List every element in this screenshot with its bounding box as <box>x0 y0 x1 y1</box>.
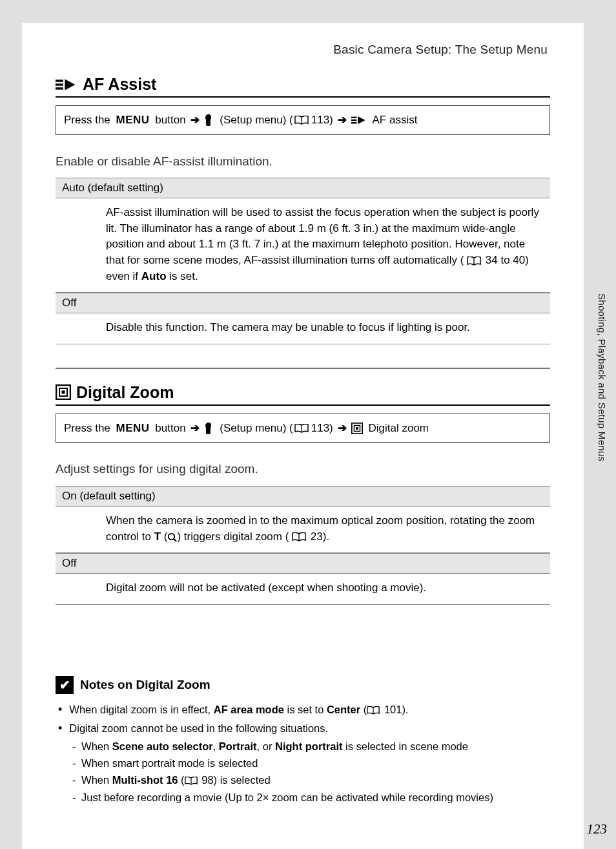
breadcrumb-digital-zoom: Press the MENU button ➔ (Setup menu) ( 1… <box>56 414 550 443</box>
svg-point-15 <box>169 534 174 540</box>
notes-heading: ✔ Notes on Digital Zoom <box>56 676 550 694</box>
note-text: ( <box>360 704 367 715</box>
note-ref: 98) is selected <box>201 774 270 786</box>
option-label-on: On (default setting) <box>56 486 550 507</box>
crumb-ref: 113) <box>311 112 333 129</box>
note-text: , or <box>257 740 275 752</box>
note-bold: Portrait <box>219 740 257 752</box>
note-text: When <box>81 774 112 786</box>
svg-rect-1 <box>56 83 63 85</box>
section-intro: Adjust settings for using digital zoom. <box>56 461 550 478</box>
book-icon <box>467 257 481 266</box>
book-icon <box>185 777 198 785</box>
option-table-digital-zoom: On (default setting) When the camera is … <box>56 486 550 605</box>
note-item: Digital zoom cannot be used in the follo… <box>58 719 550 806</box>
option-label-off: Off <box>56 553 550 574</box>
arrow-icon: ➔ <box>338 112 347 129</box>
note-bold: AF area mode <box>214 704 284 715</box>
arrow-icon: ➔ <box>338 420 347 437</box>
option-ref: 23). <box>311 530 329 543</box>
note-bold: Multi-shot 16 <box>112 774 178 786</box>
crumb-text: Digital zoom <box>369 420 429 437</box>
svg-rect-14 <box>356 427 358 430</box>
note-text: is set to <box>284 704 327 715</box>
option-text: is set. <box>169 270 198 282</box>
book-icon <box>294 116 309 125</box>
note-bold: Night portrait <box>275 740 343 752</box>
crumb-text: (Setup menu) ( <box>220 112 293 129</box>
svg-rect-2 <box>56 87 63 89</box>
arrow-icon: ➔ <box>190 112 200 129</box>
note-text: , <box>213 740 219 752</box>
menu-button-label: MENU <box>116 112 150 129</box>
note-text: When digital zoom is in effect, <box>69 704 213 715</box>
crumb-ref: 113) <box>311 420 333 437</box>
note-subitem: When Multi-shot 16 ( 98) is selected <box>72 771 550 788</box>
section-heading-af-assist: AF Assist <box>56 75 550 98</box>
note-text: Digital zoom cannot be used in the follo… <box>69 722 328 734</box>
breadcrumb-af-assist: Press the MENU button ➔ (Setup menu) ( 1… <box>56 105 550 135</box>
option-label-auto: Auto (default setting) <box>56 178 550 198</box>
note-text: is selected in scene mode <box>342 740 467 752</box>
wrench-icon <box>204 114 214 126</box>
option-body-off: Disable this function. The camera may be… <box>56 313 550 344</box>
digital-zoom-icon <box>351 423 363 434</box>
crumb-text: AF assist <box>373 112 418 129</box>
book-icon <box>367 706 380 715</box>
arrow-icon: ➔ <box>190 420 200 437</box>
note-ref: 101). <box>384 704 409 715</box>
svg-rect-0 <box>56 79 63 81</box>
side-tab-label: Shooting, Playback and Setup Menus <box>594 293 610 507</box>
crumb-text: Press the <box>64 112 110 129</box>
zoom-tele-letter: T <box>154 530 161 543</box>
option-bold: Auto <box>141 270 167 282</box>
page-body: Basic Camera Setup: The Setup Menu AF As… <box>22 23 584 849</box>
option-body-on: When the camera is zoomed in to the maxi… <box>56 507 550 553</box>
page-number: 123 <box>587 821 608 837</box>
menu-button-label: MENU <box>116 420 150 437</box>
af-assist-icon <box>351 115 367 125</box>
crumb-text: button <box>155 420 185 437</box>
chapter-title: Basic Camera Setup: The Setup Menu <box>56 43 550 57</box>
svg-rect-5 <box>351 120 356 121</box>
note-item: When digital zoom is in effect, AF area … <box>58 700 550 719</box>
option-text: ) triggers digital zoom ( <box>177 530 289 543</box>
note-text: When <box>81 740 112 752</box>
note-bold: Center <box>327 704 360 715</box>
book-icon <box>294 424 309 433</box>
section-title: AF Assist <box>83 75 156 94</box>
svg-line-16 <box>174 539 177 541</box>
crumb-text: (Setup menu) ( <box>220 420 293 437</box>
note-sublist: When Scene auto selector, Portrait, or N… <box>58 738 550 806</box>
section-divider <box>56 368 550 369</box>
section-heading-digital-zoom: Digital Zoom <box>56 383 550 406</box>
note-text: ( <box>178 774 185 786</box>
note-subitem: When Scene auto selector, Portrait, or N… <box>72 738 550 755</box>
option-body-auto: AF-assist illumination will be used to a… <box>56 198 550 293</box>
option-table-af-assist: Auto (default setting) AF-assist illumin… <box>56 178 550 344</box>
wrench-icon <box>204 423 214 434</box>
note-check-icon: ✔ <box>56 676 74 694</box>
notes-list: When digital zoom is in effect, AF area … <box>56 700 550 806</box>
note-bold: Scene auto selector <box>112 740 213 752</box>
svg-rect-10 <box>62 391 65 394</box>
svg-rect-4 <box>351 116 356 118</box>
af-assist-icon <box>56 77 77 92</box>
note-subitem: When smart portrait mode is selected <box>72 755 550 771</box>
digital-zoom-icon <box>56 384 71 400</box>
notes-title: Notes on Digital Zoom <box>80 678 210 692</box>
note-subitem: Just before recording a movie (Up to 2× … <box>72 789 550 806</box>
crumb-text: button <box>155 112 185 129</box>
notes-section: ✔ Notes on Digital Zoom When digital zoo… <box>56 676 550 806</box>
section-title: Digital Zoom <box>76 383 174 402</box>
magnifier-icon <box>167 532 177 542</box>
option-body-off: Digital zoom will not be activated (exce… <box>56 574 550 605</box>
svg-rect-6 <box>351 122 356 123</box>
option-label-off: Off <box>56 293 550 313</box>
book-icon <box>292 532 306 541</box>
crumb-text: Press the <box>64 420 110 437</box>
section-intro: Enable or disable AF-assist illumination… <box>56 153 550 171</box>
